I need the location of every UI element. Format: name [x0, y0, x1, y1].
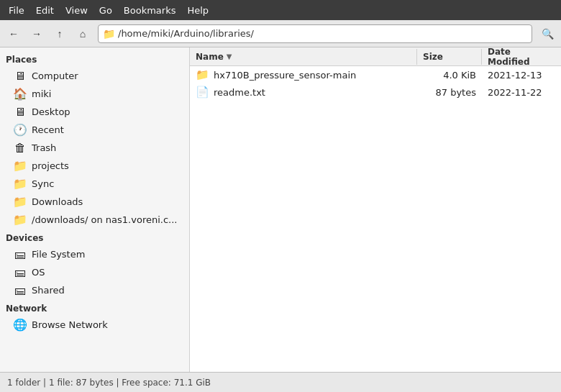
sidebar-item-miki[interactable]: 🏠 miki: [1, 85, 188, 103]
statusbar-text: 1 folder | 1 file: 87 bytes | Free space…: [7, 378, 211, 388]
file-row-hx710b[interactable]: 📁 hx710B_pressure_sensor-main 4.0 KiB 20…: [190, 66, 561, 83]
sidebar-label-sync: Sync: [32, 178, 54, 189]
sidebar-icon-nas-downloads: 📁: [13, 213, 27, 227]
back-button[interactable]: ←: [3, 24, 24, 44]
sidebar-icon-sync: 📁: [13, 177, 27, 191]
file-panel: Name ▼ Size Date Modified 📁 hx710B_press…: [190, 47, 561, 372]
sidebar-item-os[interactable]: 🖴 OS: [1, 263, 188, 281]
up-button[interactable]: ↑: [49, 24, 70, 44]
file-size-readme: 87 bytes: [417, 86, 482, 99]
sidebar-item-browse-network[interactable]: 🌐 Browse Network: [1, 316, 188, 334]
menu-item-view[interactable]: View: [60, 2, 94, 19]
column-size[interactable]: Size: [417, 49, 482, 65]
location-folder-icon: 📁: [103, 28, 115, 40]
sidebar-label-miki: miki: [32, 88, 51, 99]
statusbar: 1 folder | 1 file: 87 bytes | Free space…: [0, 372, 561, 392]
sidebar-item-computer[interactable]: 🖥 Computer: [1, 67, 188, 85]
sidebar-label-trash: Trash: [32, 142, 56, 153]
sidebar-item-projects[interactable]: 📁 projects: [1, 157, 188, 175]
sidebar-item-desktop[interactable]: 🖥 Desktop: [1, 103, 188, 121]
sidebar-label-browse-network: Browse Network: [32, 319, 108, 330]
sidebar-icon-downloads: 📁: [13, 195, 27, 209]
menu-item-help[interactable]: Help: [181, 2, 214, 19]
sidebar-icon-computer: 🖥: [13, 69, 27, 83]
sidebar-label-os: OS: [32, 267, 45, 278]
devices-header: Devices: [0, 229, 189, 245]
file-name-hx710b: 📁 hx710B_pressure_sensor-main: [190, 67, 417, 83]
search-button[interactable]: 🔍: [537, 24, 558, 44]
menubar: FileEditViewGoBookmarksHelp: [0, 0, 561, 20]
sidebar-icon-desktop: 🖥: [13, 105, 27, 119]
menu-item-go[interactable]: Go: [94, 2, 118, 19]
sidebar-item-nas-downloads[interactable]: 📁 /downloads/ on nas1.voreni.c...: [1, 211, 188, 229]
location-bar[interactable]: 📁 /home/miki/Arduino/libraries/: [98, 24, 532, 43]
sidebar-network: 🌐 Browse Network: [0, 316, 189, 334]
sidebar-places: 🖥 Computer 🏠 miki 🖥 Desktop 🕐 Recent 🗑 T…: [0, 67, 189, 229]
sidebar-icon-projects: 📁: [13, 159, 27, 173]
home-button[interactable]: ⌂: [72, 24, 94, 44]
sidebar-label-projects: projects: [32, 160, 69, 171]
sidebar-label-computer: Computer: [32, 70, 78, 81]
column-name[interactable]: Name ▼: [190, 49, 417, 65]
sidebar-item-sync[interactable]: 📁 Sync: [1, 175, 188, 193]
sidebar-label-filesystem: File System: [32, 249, 85, 260]
sidebar-label-recent: Recent: [32, 124, 64, 135]
sidebar-icon-shared: 🖴: [13, 283, 27, 297]
sidebar-label-shared: Shared: [32, 285, 65, 296]
forward-button[interactable]: →: [26, 24, 47, 44]
file-list: 📁 hx710B_pressure_sensor-main 4.0 KiB 20…: [190, 66, 561, 372]
sidebar-label-downloads: Downloads: [32, 196, 83, 207]
sidebar-item-trash[interactable]: 🗑 Trash: [1, 139, 188, 157]
toolbar: ← → ↑ ⌂ 📁 /home/miki/Arduino/libraries/ …: [0, 20, 561, 47]
network-header: Network: [0, 299, 189, 316]
sidebar-item-downloads[interactable]: 📁 Downloads: [1, 193, 188, 211]
main-area: Places 🖥 Computer 🏠 miki 🖥 Desktop 🕐 Rec…: [0, 47, 561, 372]
sidebar-icon-miki: 🏠: [13, 87, 27, 101]
sidebar-item-shared[interactable]: 🖴 Shared: [1, 281, 188, 299]
menu-item-file[interactable]: File: [3, 2, 30, 19]
sidebar-icon-browse-network: 🌐: [13, 318, 27, 332]
file-row-readme[interactable]: 📄 readme.txt 87 bytes 2022-11-22: [190, 83, 561, 101]
file-name-readme: 📄 readme.txt: [190, 84, 417, 100]
sidebar-item-filesystem[interactable]: 🖴 File System: [1, 245, 188, 263]
file-date-readme: 2022-11-22: [482, 86, 561, 99]
file-date-hx710b: 2021-12-13: [482, 68, 561, 82]
location-path: /home/miki/Arduino/libraries/: [118, 28, 527, 39]
sidebar: Places 🖥 Computer 🏠 miki 🖥 Desktop 🕐 Rec…: [0, 47, 190, 372]
file-icon-hx710b: 📁: [196, 68, 209, 81]
file-size-hx710b: 4.0 KiB: [417, 68, 482, 82]
sidebar-icon-os: 🖴: [13, 265, 27, 279]
sidebar-label-desktop: Desktop: [32, 106, 70, 117]
sidebar-label-nas-downloads: /downloads/ on nas1.voreni.c...: [32, 214, 177, 225]
sidebar-item-recent[interactable]: 🕐 Recent: [1, 121, 188, 139]
menu-item-edit[interactable]: Edit: [30, 2, 60, 19]
places-header: Places: [0, 50, 189, 67]
file-list-header: Name ▼ Size Date Modified: [190, 47, 561, 66]
sidebar-icon-trash: 🗑: [13, 141, 27, 155]
sidebar-icon-filesystem: 🖴: [13, 247, 27, 261]
file-icon-readme: 📄: [196, 86, 209, 99]
sidebar-icon-recent: 🕐: [13, 123, 27, 137]
sidebar-devices: 🖴 File System 🖴 OS 🖴 Shared: [0, 245, 189, 299]
menu-item-bookmarks[interactable]: Bookmarks: [118, 2, 182, 19]
